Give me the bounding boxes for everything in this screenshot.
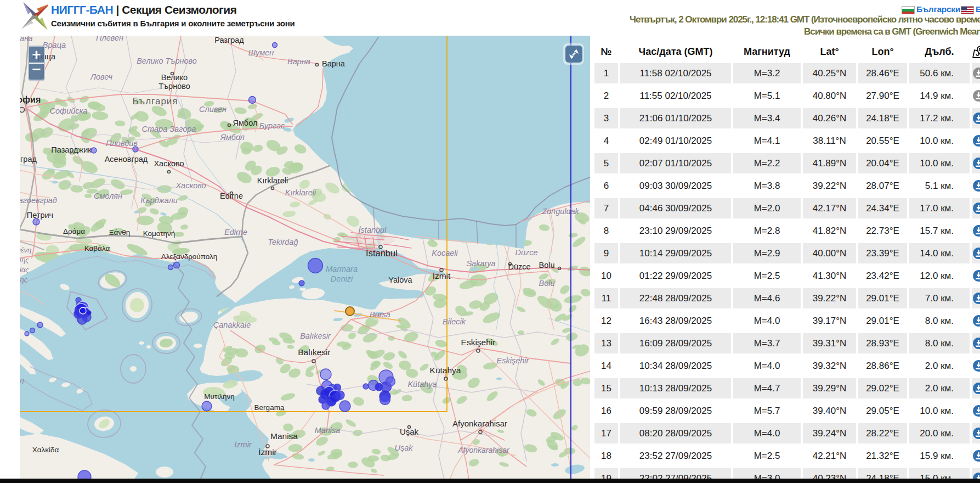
svg-text:Edirne: Edirne: [224, 228, 247, 237]
svg-text:Manisa: Manisa: [315, 426, 341, 435]
svg-text:Kütahya: Kütahya: [430, 366, 461, 375]
svg-text:Bolu: Bolu: [539, 279, 554, 288]
svg-text:İzmir: İzmir: [234, 440, 252, 449]
svg-text:Стара Загора: Стара Загора: [142, 125, 196, 133]
svg-text:ана: ана: [20, 36, 32, 43]
svg-text:Шумен: Шумен: [248, 48, 274, 57]
svg-text:Софийска: Софийска: [50, 106, 88, 115]
svg-text:Manisa: Manisa: [270, 431, 298, 441]
svg-text:Afyonkarahisar: Afyonkarahisar: [452, 419, 507, 428]
svg-text:Сливен: Сливен: [199, 105, 226, 114]
svg-text:София: София: [20, 95, 41, 104]
svg-text:Ловеч: Ловеч: [90, 72, 113, 81]
svg-text:Edirne: Edirne: [220, 192, 243, 200]
svg-text:μένη: μένη: [20, 246, 31, 254]
svg-text:İzmit: İzmit: [433, 271, 451, 280]
svg-text:Denizi: Denizi: [331, 274, 353, 283]
svg-text:Враца: Враца: [43, 41, 66, 49]
svg-text:Kütahya: Kütahya: [407, 380, 437, 389]
svg-text:Düzce: Düzce: [515, 248, 537, 257]
svg-text:Balıkesir: Balıkesir: [300, 332, 331, 340]
svg-text:Кърджали: Кърджали: [140, 196, 178, 205]
svg-text:Ямбол: Ямбол: [220, 133, 245, 142]
svg-text:Пазарджик: Пазарджик: [51, 145, 92, 154]
svg-text:Велико Търново: Велико Търново: [137, 57, 197, 65]
svg-text:Αλεξανδρούπολη: Αλεξανδρούπολη: [161, 252, 218, 261]
svg-text:Бургас: Бургас: [259, 121, 285, 130]
svg-text:Kırklareli: Kırklareli: [285, 188, 316, 197]
svg-text:Bolu: Bolu: [539, 261, 554, 269]
svg-text:Асеновград: Асеновград: [105, 155, 148, 164]
svg-text:Търново: Търново: [158, 82, 190, 91]
svg-text:İstanbul: İstanbul: [366, 248, 398, 258]
svg-text:Sakarya: Sakarya: [466, 259, 495, 268]
svg-text:Eskişehir: Eskişehir: [461, 338, 496, 347]
svg-text:Yalova: Yalova: [388, 276, 412, 284]
svg-text:Хасково: Хасково: [154, 159, 184, 168]
svg-text:Afyonkarahisar: Afyonkarahisar: [457, 446, 510, 454]
svg-text:Хасково: Хасково: [175, 181, 206, 190]
svg-text:Çanakkale: Çanakkale: [213, 321, 251, 329]
svg-text:İstanbul: İstanbul: [359, 226, 387, 234]
svg-text:Tekirdağ: Tekirdağ: [268, 238, 298, 246]
svg-text:Смолян: Смолян: [94, 192, 122, 200]
svg-text:град: град: [20, 155, 37, 164]
svg-text:η: η: [20, 376, 24, 384]
svg-text:България: България: [132, 96, 178, 106]
svg-text:İzmir: İzmir: [258, 447, 277, 457]
svg-text:Kırklareli: Kırklareli: [257, 176, 288, 185]
svg-text:Разград: Разград: [214, 36, 244, 44]
svg-text:Kocaeli: Kocaeli: [432, 249, 458, 257]
svg-text:Bilecik: Bilecik: [443, 317, 466, 326]
svg-text:Пловдив: Пловдив: [106, 139, 138, 148]
svg-text:κης: κης: [20, 276, 28, 284]
svg-text:Κομοτηνή: Κομοτηνή: [143, 229, 175, 238]
svg-text:σης: σης: [20, 256, 29, 264]
svg-text:Eskişehir: Eskişehir: [497, 356, 530, 365]
svg-text:Χαλκίδα: Χαλκίδα: [32, 446, 59, 454]
svg-text:Варна: Варна: [287, 57, 310, 66]
svg-text:νίας: νίας: [20, 266, 29, 274]
svg-text:Bergama: Bergama: [254, 403, 285, 412]
svg-text:Καβάλα: Καβάλα: [84, 244, 110, 252]
svg-text:Bursa: Bursa: [370, 310, 390, 319]
svg-text:Μυτιλήνη: Μυτιλήνη: [204, 392, 234, 401]
svg-text:Δράμα: Δράμα: [63, 227, 85, 235]
svg-text:Balıkesir: Balıkesir: [298, 347, 330, 357]
svg-text:Uşak: Uşak: [394, 443, 413, 452]
svg-text:Ξάνθη: Ξάνθη: [109, 228, 130, 237]
svg-text:Благоевград: Благоевград: [20, 196, 57, 205]
svg-text:Петрич: Петрич: [27, 211, 53, 220]
svg-text:Варна: Варна: [322, 59, 345, 68]
svg-text:Велико: Велико: [161, 73, 188, 82]
svg-text:Ямбол: Ямбол: [233, 119, 258, 127]
svg-text:Zonguldak: Zonguldak: [541, 207, 579, 216]
svg-text:Плевен: Плевен: [96, 36, 123, 42]
svg-text:Marmara: Marmara: [326, 265, 358, 273]
